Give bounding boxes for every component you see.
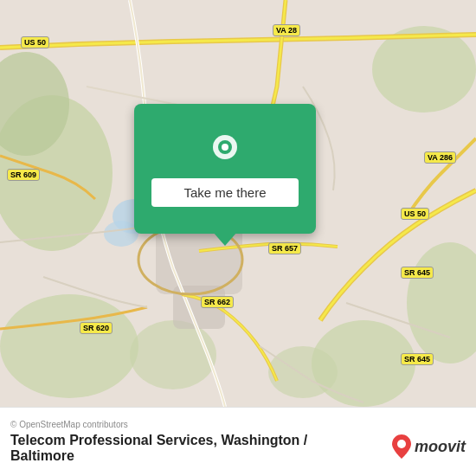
copyright-text: © OpenStreetMap contributors xyxy=(10,420,466,429)
road-badge-us50-tl: US 50 xyxy=(21,36,49,48)
popup-card: Take me there xyxy=(134,104,316,234)
svg-point-7 xyxy=(130,320,216,389)
business-name-line1: Telecom Professional Services, Washingto… xyxy=(10,433,307,447)
svg-point-8 xyxy=(268,346,338,398)
road-badge-sr645-r: SR 645 xyxy=(401,267,434,279)
road-badge-va286: VA 286 xyxy=(424,151,456,164)
map-container: US 50 VA 28 VA 286 US 50 SR 609 SR 657 S… xyxy=(0,0,476,407)
moovit-text: moovit xyxy=(415,438,466,456)
road-badge-sr609: SR 609 xyxy=(7,169,40,181)
svg-point-10 xyxy=(104,221,138,247)
footer: © OpenStreetMap contributors Telecom Pro… xyxy=(0,407,476,476)
road-badge-va28: VA 28 xyxy=(273,24,300,36)
road-badge-sr662: SR 662 xyxy=(201,296,234,308)
road-badge-us50-tr: US 50 xyxy=(401,208,429,220)
svg-point-18 xyxy=(397,440,406,448)
road-badge-sr620: SR 620 xyxy=(80,322,113,334)
location-pin-icon xyxy=(206,132,244,170)
moovit-pin-icon xyxy=(392,434,411,459)
road-badge-sr645-b: SR 645 xyxy=(401,353,434,365)
business-name-line2: Baltimore xyxy=(10,448,74,463)
take-me-there-button[interactable]: Take me there xyxy=(151,178,299,207)
svg-point-17 xyxy=(222,144,228,151)
road-badge-sr657: SR 657 xyxy=(268,242,301,254)
svg-point-6 xyxy=(0,294,138,398)
moovit-logo: moovit xyxy=(392,434,466,459)
